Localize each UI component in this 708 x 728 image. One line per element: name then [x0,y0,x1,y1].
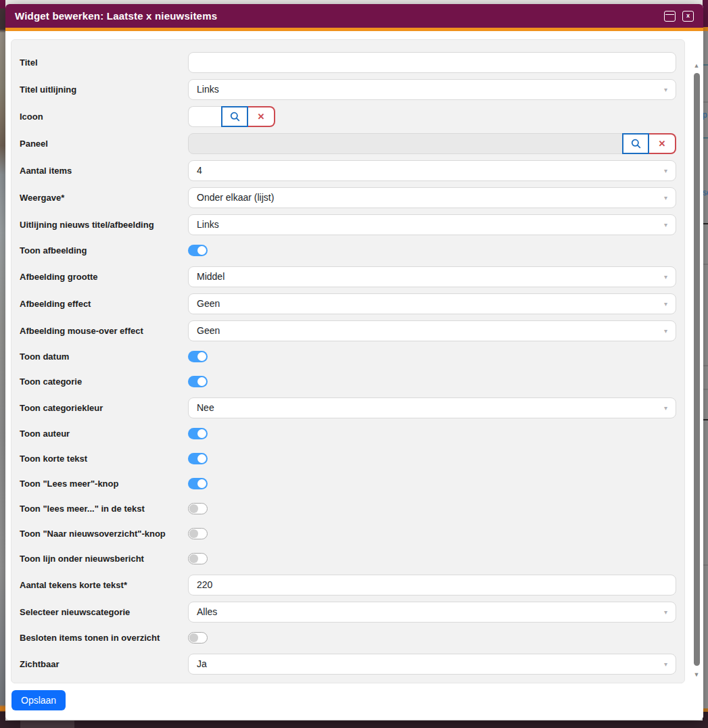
field-control [188,376,676,387]
background-line [703,365,708,366]
toggle-knob [197,352,206,361]
chevron-down-icon: ▾ [664,221,667,228]
toggle-knob [189,504,198,513]
field-label: Zichtbaar [20,659,188,669]
paneel-input-disabled [188,133,676,154]
dialog-body: TitelTitel uitlijningLinks▾Icoon✕Paneel✕… [5,31,703,690]
afbeelding-grootte-select[interactable]: Middel▾ [188,266,676,287]
toggle-knob [197,246,206,255]
background-line [703,223,708,224]
toggle-knob [197,429,206,438]
aantal-tekens-korte-tekst-input[interactable] [188,575,676,596]
icoon-clear-button[interactable]: ✕ [248,106,275,127]
chevron-down-icon: ▾ [664,608,667,616]
field-control [188,575,676,596]
field-label: Toon categorie [20,377,188,387]
field-control [188,453,676,464]
toon-afbeelding-toggle[interactable] [188,245,208,256]
field-label: Aantal items [20,166,188,176]
toggle-knob [197,454,206,463]
selected-value: Middel [197,271,225,282]
afbeelding-effect-select[interactable]: Geen▾ [188,293,676,314]
background-line [703,64,708,66]
field-label: Toon "Lees meer"-knop [20,479,188,489]
paneel-picker: ✕ [188,133,676,154]
field-control: Middel▾ [188,266,676,287]
background-accent-strip [703,27,708,31]
field-control [188,478,676,489]
field-control: Geen▾ [188,293,676,314]
chevron-down-icon: ▾ [664,327,667,335]
form-row-besloten-items-tonen: Besloten items tonen in overzicht [20,625,676,650]
scrollbar-thumb[interactable] [694,73,700,666]
form-row-toon-naar-nieuwsoverzicht-knop: Toon "Naar nieuwsoverzicht"-knop [20,521,676,546]
toon-naar-nieuwsoverzicht-knop-toggle[interactable] [188,528,208,539]
dialog-header-actions: x [664,11,694,22]
titel-uitlijning-select[interactable]: Links▾ [188,79,676,100]
form-row-toon-categorie: Toon categorie [20,369,676,394]
selected-value: Ja [197,658,207,669]
field-control [188,351,676,362]
toon-auteur-toggle[interactable] [188,428,208,439]
selected-value: Links [197,219,219,230]
form-row-paneel: Paneel✕ [20,130,676,157]
besloten-items-tonen-toggle[interactable] [188,632,208,644]
chevron-down-icon: ▾ [664,660,667,668]
aantal-items-select[interactable]: 4▾ [188,160,676,181]
field-label: Afbeelding effect [20,299,188,309]
field-label: Toon lijn onder nieuwsbericht [20,554,188,564]
afbeelding-mouseover-effect-select[interactable]: Geen▾ [188,320,676,341]
toon-lees-meer-knop-toggle[interactable] [188,478,208,489]
uitlijning-nieuws-select[interactable]: Links▾ [188,214,676,235]
titel-input[interactable] [188,52,676,73]
toon-datum-toggle[interactable] [188,351,208,362]
icoon-input[interactable] [188,106,221,127]
field-control [188,52,676,73]
toggle-knob [189,633,198,642]
toon-lijn-onder-nieuwsbericht-toggle[interactable] [188,553,208,564]
form-row-toon-korte-tekst: Toon korte tekst [20,446,676,471]
field-label: Toon datum [20,351,188,362]
maximize-icon[interactable] [664,11,676,22]
scroll-down-icon[interactable]: ▼ [692,670,701,679]
icoon-picker: ✕ [188,106,275,127]
background-page-left-strip [0,0,5,728]
field-control: 4▾ [188,160,676,181]
selected-value: 4 [197,165,202,176]
field-control: Links▾ [188,214,676,235]
background-line [703,419,708,420]
selecteer-nieuwscategorie-select[interactable]: Alles▾ [188,602,676,623]
chevron-down-icon: ▾ [664,167,667,174]
toon-lees-meer-in-tekst-toggle[interactable] [188,503,208,514]
save-button[interactable]: Opslaan [11,690,66,710]
toggle-knob [197,377,206,386]
weergave-select[interactable]: Onder elkaar (lijst)▾ [188,187,676,208]
background-line [703,389,708,390]
paneel-clear-button[interactable]: ✕ [649,133,676,154]
field-label: Titel uitlijning [20,84,188,95]
toon-korte-tekst-toggle[interactable] [188,453,208,464]
form-row-toon-lijn-onder-nieuwsbericht: Toon lijn onder nieuwsbericht [20,546,676,571]
form-row-afbeelding-mouseover-effect: Afbeelding mouse-over effectGeen▾ [20,317,676,344]
toggle-knob [197,479,206,488]
field-label: Toon "Naar nieuwsoverzicht"-knop [20,529,188,539]
field-label: Toon categoriekleur [20,403,188,413]
toon-categoriekleur-select[interactable]: Nee▾ [188,397,676,418]
field-label: Uitlijning nieuws titel/afbeelding [20,220,188,230]
icoon-search-button[interactable] [221,106,248,127]
close-icon[interactable]: x [682,11,694,22]
form-row-titel: Titel [20,49,676,76]
form-row-weergave: Weergave*Onder elkaar (lijst)▾ [20,184,676,211]
vertical-scrollbar[interactable]: ▲ ▼ [692,61,701,687]
paneel-picker-buttons: ✕ [622,133,676,154]
field-label: Afbeelding mouse-over effect [20,326,188,336]
paneel-search-button[interactable] [622,133,649,154]
toon-categorie-toggle[interactable] [188,376,208,387]
background-line [703,564,708,566]
zichtbaar-select[interactable]: Ja▾ [188,654,676,675]
scroll-up-icon[interactable]: ▲ [692,61,701,70]
field-label: Toon afbeelding [20,245,188,256]
dialog-header: Widget bewerken: Laatste x nieuwsitems x [5,4,703,28]
field-label: Afbeelding grootte [20,272,188,282]
chevron-down-icon: ▾ [664,300,667,308]
